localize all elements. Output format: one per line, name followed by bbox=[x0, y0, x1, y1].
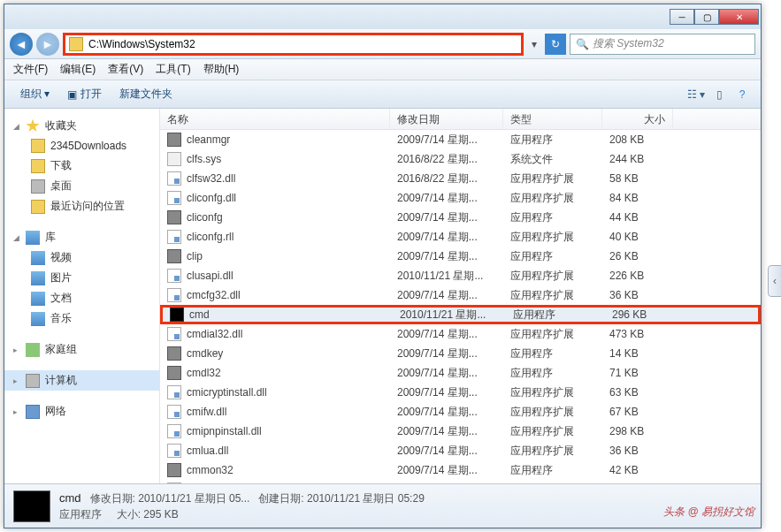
file-icon bbox=[167, 210, 181, 224]
file-name: cliconfg bbox=[187, 211, 223, 224]
sidebar-network[interactable]: 网络 bbox=[4, 401, 159, 422]
sidebar-item[interactable]: 图片 bbox=[4, 268, 159, 288]
file-icon bbox=[167, 171, 181, 186]
address-dropdown[interactable]: ▾ bbox=[527, 38, 541, 50]
file-size: 208 KB bbox=[602, 130, 673, 149]
file-row[interactable]: cmpbk32.dll2009/7/14 星期...应用程序扩展26 KB bbox=[160, 480, 761, 483]
sidebar-item[interactable]: 视频 bbox=[4, 247, 159, 268]
file-row[interactable]: cliconfg2009/7/14 星期...应用程序44 KB bbox=[160, 208, 761, 227]
file-size: 84 KB bbox=[602, 188, 673, 208]
refresh-button[interactable]: ↻ bbox=[545, 34, 566, 55]
file-size: 36 KB bbox=[602, 441, 673, 460]
file-row[interactable]: cmcfg32.dll2009/7/14 星期...应用程序扩展36 KB bbox=[160, 285, 761, 305]
open-button[interactable]: ▣ 打开 bbox=[60, 83, 109, 105]
file-icon bbox=[167, 152, 181, 166]
preview-pane-icon[interactable]: ▯ bbox=[709, 85, 729, 104]
help-icon[interactable]: ? bbox=[732, 85, 752, 104]
organize-button[interactable]: 组织 ▾ bbox=[13, 83, 57, 105]
file-size: 44 KB bbox=[602, 208, 673, 227]
file-type: 应用程序扩展 bbox=[503, 479, 602, 484]
file-name: cmdial32.dll bbox=[187, 328, 242, 340]
file-row[interactable]: clfsw32.dll2016/8/22 星期...应用程序扩展58 KB bbox=[160, 169, 761, 188]
file-row[interactable]: cmifw.dll2009/7/14 星期...应用程序扩展67 KB bbox=[160, 402, 761, 422]
file-row[interactable]: cmlua.dll2009/7/14 星期...应用程序扩展36 KB bbox=[160, 441, 761, 460]
status-filename: cmd bbox=[59, 491, 81, 505]
file-row[interactable]: cmdial32.dll2009/7/14 星期...应用程序扩展473 KB bbox=[160, 324, 761, 344]
file-name: clusapi.dll bbox=[187, 270, 234, 282]
view-options-icon[interactable]: ☷ ▾ bbox=[686, 85, 706, 104]
menu-tools[interactable]: 工具(T) bbox=[156, 62, 190, 77]
titlebar: ─ ▢ ✕ bbox=[4, 4, 761, 29]
menu-file[interactable]: 文件(F) bbox=[13, 62, 48, 77]
maximize-button[interactable]: ▢ bbox=[694, 9, 719, 25]
menu-help[interactable]: 帮助(H) bbox=[203, 62, 240, 77]
col-size[interactable]: 大小 bbox=[602, 109, 673, 129]
col-name[interactable]: 名称 bbox=[160, 109, 390, 129]
search-input[interactable]: 搜索 System32 bbox=[570, 34, 755, 55]
file-row[interactable]: cmicryptinstall.dll2009/7/14 星期...应用程序扩展… bbox=[160, 383, 761, 402]
file-thumbnail bbox=[13, 490, 50, 522]
file-row[interactable]: cliconfg.dll2009/7/14 星期...应用程序扩展84 KB bbox=[160, 188, 761, 208]
file-icon bbox=[170, 308, 184, 322]
file-icon bbox=[167, 483, 181, 483]
file-row[interactable]: clfs.sys2016/8/22 星期...系统文件244 KB bbox=[160, 149, 761, 169]
new-folder-button[interactable]: 新建文件夹 bbox=[112, 83, 180, 105]
file-name: cmlua.dll bbox=[187, 445, 228, 457]
statusbar: cmd 修改日期: 2010/11/21 星期日 05... 创建日期: 201… bbox=[4, 483, 761, 528]
file-icon bbox=[167, 366, 181, 380]
col-type[interactable]: 类型 bbox=[503, 109, 602, 129]
menu-view[interactable]: 查看(V) bbox=[108, 62, 143, 77]
sidebar-item[interactable]: 音乐 bbox=[4, 308, 159, 329]
file-list: 名称 修改日期 类型 大小 cleanmgr2009/7/14 星期...应用程… bbox=[160, 109, 761, 483]
file-icon bbox=[167, 385, 181, 399]
file-row[interactable]: cmmon322009/7/14 星期...应用程序42 KB bbox=[160, 460, 761, 480]
watermark: 头条 @ 易拐好文馆 bbox=[663, 505, 754, 520]
file-size: 14 KB bbox=[602, 344, 673, 363]
minimize-button[interactable]: ─ bbox=[670, 9, 694, 25]
file-size: 26 KB bbox=[602, 480, 673, 483]
file-name: clfsw32.dll bbox=[187, 172, 235, 185]
folder-icon bbox=[69, 37, 83, 51]
col-date[interactable]: 修改日期 bbox=[390, 109, 503, 129]
sidebar-item[interactable]: 最近访问的位置 bbox=[4, 196, 159, 217]
file-row[interactable]: cmdl322009/7/14 星期...应用程序71 KB bbox=[160, 363, 761, 383]
file-name: cmd bbox=[189, 308, 210, 321]
file-row[interactable]: cmd2010/11/21 星期...应用程序296 KB bbox=[160, 305, 761, 324]
sidebar-favorites[interactable]: 收藏夹 bbox=[4, 116, 159, 136]
file-row[interactable]: clip2009/7/14 星期...应用程序26 KB bbox=[160, 247, 761, 266]
sidebar-homegroup[interactable]: 家庭组 bbox=[4, 339, 159, 360]
close-button[interactable]: ✕ bbox=[719, 9, 759, 25]
file-size: 244 KB bbox=[602, 149, 673, 169]
file-name: cmmon32 bbox=[187, 464, 234, 476]
file-name: clip bbox=[187, 250, 203, 262]
scroll-tab[interactable]: ‹ bbox=[768, 265, 781, 297]
address-input[interactable] bbox=[88, 38, 517, 50]
file-size: 63 KB bbox=[602, 383, 673, 402]
file-size: 67 KB bbox=[602, 402, 673, 422]
sidebar-item[interactable]: 下载 bbox=[4, 156, 159, 176]
file-name: cliconfg.dll bbox=[187, 192, 236, 204]
file-name: cliconfg.rll bbox=[187, 231, 234, 243]
file-size: 296 KB bbox=[605, 305, 676, 324]
forward-button[interactable]: ► bbox=[36, 33, 59, 56]
sidebar-computer[interactable]: 计算机 bbox=[4, 370, 159, 391]
menu-edit[interactable]: 编辑(E) bbox=[60, 62, 96, 77]
file-name: cmifw.dll bbox=[187, 406, 226, 418]
back-button[interactable]: ◄ bbox=[10, 33, 33, 56]
sidebar-item[interactable]: 桌面 bbox=[4, 176, 159, 196]
file-row[interactable]: cmdkey2009/7/14 星期...应用程序14 KB bbox=[160, 344, 761, 363]
file-row[interactable]: cliconfg.rll2009/7/14 星期...应用程序扩展40 KB bbox=[160, 227, 761, 247]
file-size: 226 KB bbox=[602, 266, 673, 285]
file-size: 36 KB bbox=[602, 285, 673, 305]
sidebar-item[interactable]: 文档 bbox=[4, 288, 159, 308]
file-row[interactable]: clusapi.dll2010/11/21 星期...应用程序扩展226 KB bbox=[160, 266, 761, 285]
sidebar-libraries[interactable]: 库 bbox=[4, 227, 159, 247]
file-size: 58 KB bbox=[602, 169, 673, 188]
file-icon bbox=[167, 288, 181, 302]
sidebar-item[interactable]: 2345Downloads bbox=[4, 136, 159, 156]
file-name: cmcfg32.dll bbox=[187, 289, 241, 301]
address-bar[interactable] bbox=[63, 33, 524, 56]
file-icon bbox=[167, 191, 181, 205]
file-row[interactable]: cmipnpinstall.dll2009/7/14 星期...应用程序扩展29… bbox=[160, 422, 761, 441]
file-row[interactable]: cleanmgr2009/7/14 星期...应用程序208 KB bbox=[160, 130, 761, 149]
